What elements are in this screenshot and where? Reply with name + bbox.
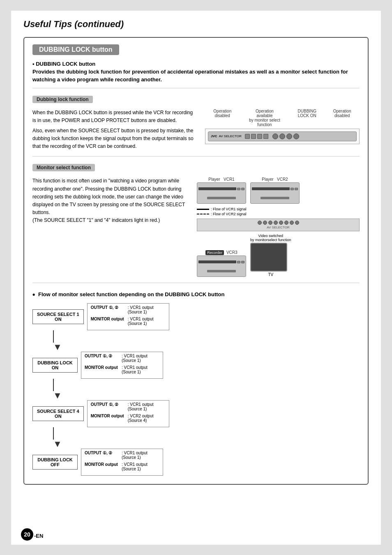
source-select-buttons (245, 134, 268, 139)
flow-output-3-row2: MONITOR output : VCR2 output(Source 4) (91, 414, 166, 423)
arrow-down-2: ▼ (53, 391, 189, 400)
recorder-tv-row: Recorder VCR3 (197, 234, 360, 277)
vcr3-bottom (198, 270, 244, 272)
flow-output-1-row1: OUTPUT ①, ② : VCR1 output(Source 1) (91, 305, 166, 314)
flow-bullet: • (32, 290, 35, 299)
monitor-select-label: Monitor select function (32, 164, 95, 171)
signal-solid-icon (197, 209, 209, 210)
recorder-badge: Recorder (205, 250, 224, 255)
flow-out2-val2: : VCR1 output(Source 1) (122, 365, 148, 374)
flow-step-1-left: SOURCE SELECT 1ON (32, 309, 84, 324)
connector-2 (53, 379, 54, 391)
conn-1 (272, 134, 278, 139)
av-buttons-row (199, 221, 357, 225)
flow-left: SOURCE SELECT 1ON OUTPUT ①, ② : VCR1 out… (32, 303, 189, 476)
intro-bullet: • DUBBING LOCK button Provides the dubbi… (32, 61, 360, 84)
btn-2 (251, 134, 256, 139)
vcr2-unit: Player VCR2 (250, 177, 300, 204)
flow-out4-label1: OUTPUT ①, ② (85, 451, 122, 455)
flow-out3-label2: MONITOR output (91, 414, 128, 418)
av-btn (284, 221, 288, 225)
vcr1-unit: Player VCR1 (197, 177, 246, 204)
btn-4 (263, 134, 268, 139)
diag-label-1: Operationdisabled (213, 109, 231, 127)
vcr1-name: VCR1 (224, 177, 235, 182)
vcr2-role: Player (262, 177, 273, 182)
flow-section: • Flow of monitor select function depend… (32, 290, 360, 476)
flow-output-2: OUTPUT ①, ② : VCR1 output(Source 1) MONI… (81, 352, 163, 379)
av-btn (258, 221, 262, 225)
flow-output-2-row1: OUTPUT ①, ② : VCR1 output(Source 1) (85, 354, 159, 363)
signal-vcr2: : Flow of VCR2 signal (197, 212, 360, 216)
vcr3-label: Recorder VCR3 (197, 250, 246, 255)
flow-out1-val1: : VCR1 output(Source 1) (128, 305, 154, 314)
flow-output-4: OUTPUT ①, ② : VCR1 output(Source 1) MONI… (81, 449, 163, 476)
vcr3-btn1 (237, 261, 240, 263)
vcr2-slot (252, 187, 290, 190)
monitor-right-diagram: Player VCR1 (197, 177, 360, 277)
flow-container: SOURCE SELECT 1ON OUTPUT ①, ② : VCR1 out… (32, 303, 360, 476)
vcr1-slot (198, 187, 236, 190)
vcr2-label: Player VCR2 (250, 177, 300, 182)
arrow-1: ▼ (53, 330, 189, 352)
flow-out2-val1: : VCR1 output(Source 1) (122, 354, 148, 363)
vcr1-btn1 (237, 188, 240, 190)
arrow-3: ▼ (53, 427, 189, 449)
dubbing-lock-para1: When the DUBBING LOCK button is pressed … (32, 109, 197, 124)
av-selector-diagram: AV SELECTOR (197, 219, 360, 231)
flow-title: • Flow of monitor select function depend… (32, 290, 360, 299)
signal-legend: : Flow of VCR1 signal : Flow of VCR2 sig… (197, 207, 360, 216)
vcr-grid: Player VCR1 (197, 177, 360, 204)
signal-vcr1-label: : Flow of VCR1 signal (211, 207, 247, 211)
monitor-select-content: This function is most often used in "wat… (32, 177, 360, 277)
av-btn (295, 221, 299, 225)
monitor-note: Video switchedby monitorselect function (250, 234, 291, 242)
dubbing-lock-text: When the DUBBING LOCK button is pressed … (32, 109, 197, 151)
vcr3-btn2 (241, 261, 244, 263)
flow-out1-val2: : VCR1 output(Source 1) (128, 317, 154, 326)
flow-out4-label2: MONITOR output (85, 462, 122, 467)
conn-2 (279, 134, 285, 139)
flow-node-1: SOURCE SELECT 1ON (32, 309, 84, 324)
flow-output-4-row1: OUTPUT ①, ② : VCR1 output(Source 1) (85, 451, 159, 460)
vcr2-btn1 (291, 188, 294, 190)
flow-out3-val2: : VCR2 output(Source 4) (128, 414, 154, 423)
vcr1-label: Player VCR1 (197, 177, 246, 182)
flow-node-3: SOURCE SELECT 4ON (32, 406, 84, 421)
tv-unit: Video switchedby monitorselect function … (250, 234, 291, 277)
vcr1-btn2 (241, 188, 244, 190)
monitor-para: This function is most often used in "wat… (32, 177, 189, 224)
conn-3 (286, 134, 292, 139)
vcr1-tape (207, 197, 236, 199)
flow-step-2: DUBBING LOCKON OUTPUT ①, ② : VCR1 output… (32, 352, 189, 379)
vcr1-btns (237, 188, 244, 190)
vcr2-tape (261, 197, 289, 199)
flow-step-3: SOURCE SELECT 4ON OUTPUT ①, ② : VCR1 out… (32, 400, 189, 427)
vcr-brand: JVC (211, 134, 217, 138)
dubbing-lock-content: When the DUBBING LOCK button is pressed … (32, 109, 360, 151)
av-btn (268, 221, 272, 225)
section-header: DUBBING LOCK button (32, 44, 119, 55)
signal-vcr1: : Flow of VCR1 signal (197, 207, 360, 211)
flow-output-1-row2: MONITOR output : VCR1 output(Source 1) (91, 317, 166, 326)
flow-step-4: DUBBING LOCKOFF OUTPUT ①, ② : VCR1 outpu… (32, 449, 189, 476)
tv-display (250, 243, 287, 272)
vcr-model: AV SELECTOR (219, 134, 242, 138)
vcr3-body (197, 256, 246, 277)
vcr2-btn2 (295, 188, 298, 190)
vcr3-btns (237, 261, 244, 263)
connector-1 (53, 330, 54, 343)
bullet-title: • DUBBING LOCK button (32, 61, 360, 67)
flow-out2-label1: OUTPUT ①, ② (85, 354, 122, 358)
flow-output-2-row2: MONITOR output : VCR1 output(Source 1) (85, 365, 159, 374)
vcr1-body (197, 182, 246, 204)
flow-out2-label2: MONITOR output (85, 365, 122, 370)
arrow-down-3: ▼ (53, 440, 189, 449)
av-btn (290, 221, 294, 225)
btn-1 (245, 134, 250, 139)
diag-label-2: Operation availableby monitor selectfunc… (248, 109, 281, 127)
vcr2-body (250, 182, 300, 204)
vcr2-name: VCR2 (277, 177, 288, 182)
flow-out4-val1: : VCR1 output(Source 1) (122, 451, 148, 460)
flow-output-3: OUTPUT ①, ② : VCR1 output(Source 1) MONI… (87, 400, 169, 427)
